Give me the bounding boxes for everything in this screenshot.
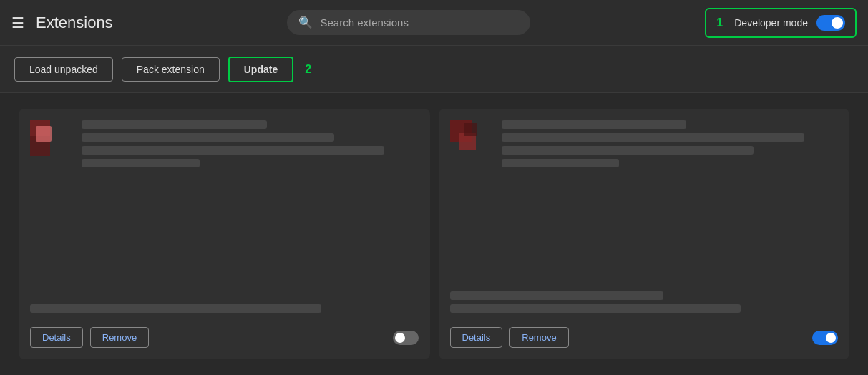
ext-desc-blur-1b	[82, 146, 384, 155]
ext-version-blur-2	[502, 159, 620, 167]
step2-badge: 2	[305, 63, 311, 76]
toggle-thumb	[832, 17, 843, 29]
toggle-track-on-2	[812, 331, 838, 345]
search-bar[interactable]: 🔍	[287, 10, 530, 35]
extension-card-1: Details Remove	[19, 109, 430, 359]
ext-card-footer-2: Details Remove	[450, 327, 839, 348]
toggle-thumb-2	[826, 333, 836, 343]
developer-mode-label: Developer mode	[734, 17, 808, 29]
extension-card-2: Details Remove	[439, 109, 850, 359]
ext-extra-blur-2b	[450, 304, 741, 313]
ext-desc-blur-1a	[82, 133, 334, 142]
load-unpacked-button[interactable]: Load unpacked	[14, 57, 113, 82]
remove-button-2[interactable]: Remove	[509, 327, 568, 348]
ext-extra-blur-2a	[450, 291, 663, 300]
toolbar: Load unpacked Pack extension Update 2	[0, 46, 868, 93]
remove-button-1[interactable]: Remove	[90, 327, 149, 348]
ext-content-1	[82, 120, 419, 297]
ext-content-2	[502, 120, 839, 284]
page-title: Extensions	[36, 14, 113, 32]
ext-version-blur-1	[82, 159, 200, 167]
ext-card-footer-1: Details Remove	[30, 327, 419, 348]
menu-icon[interactable]: ☰	[11, 14, 24, 31]
ext-extra-blur-1	[30, 304, 321, 313]
ext-toggle-1[interactable]	[393, 331, 419, 345]
developer-mode-toggle[interactable]	[816, 15, 845, 31]
ext-card-body-1	[30, 120, 419, 297]
header: ☰ Extensions 🔍 1 Developer mode	[0, 0, 868, 46]
ext-toggle-2[interactable]	[812, 331, 838, 345]
ext-icon-1	[30, 120, 73, 163]
update-button[interactable]: Update	[228, 57, 293, 82]
search-input[interactable]	[320, 16, 519, 29]
ext-card-body-2	[450, 120, 839, 284]
ext-desc-blur-2b	[502, 146, 754, 155]
ext-desc-blur-2a	[502, 133, 804, 142]
ext-name-blur-2	[502, 120, 687, 129]
step1-badge: 1	[716, 16, 723, 29]
search-icon: 🔍	[298, 16, 313, 29]
toggle-track	[816, 15, 845, 31]
ext-name-blur-1	[82, 120, 267, 129]
developer-mode-section: 1 Developer mode	[705, 8, 857, 38]
toggle-thumb-1	[395, 333, 405, 343]
details-button-2[interactable]: Details	[450, 327, 503, 348]
pack-extension-button[interactable]: Pack extension	[122, 57, 220, 82]
details-button-1[interactable]: Details	[30, 327, 83, 348]
toggle-track-off-1	[393, 331, 419, 345]
extensions-grid: Details Remove	[0, 93, 868, 375]
ext-icon-2	[450, 120, 493, 163]
